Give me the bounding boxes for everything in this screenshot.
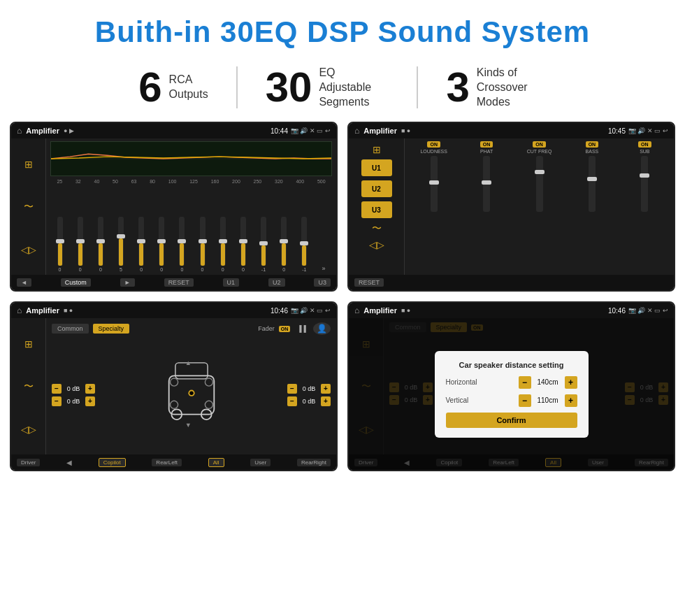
fader-main-panel: Common Specialty Fader ON ▐▐ 👤 − 0 dB + — [46, 318, 336, 454]
xover-loudness-toggle[interactable]: ON — [427, 141, 440, 148]
xover-loudness-slider[interactable] — [431, 156, 438, 212]
car-diagram: ▲ ▼ — [99, 353, 283, 437]
eq-slider-9[interactable]: 0 — [220, 217, 226, 272]
dialog-horizontal-plus[interactable]: + — [565, 376, 577, 389]
xover-sub-slider[interactable] — [641, 156, 648, 212]
fader-body: ⊞ 〜 ◁▷ Common Specialty Fader ON ▐▐ 👤 — [11, 318, 336, 454]
fader-status-bar: ⌂ Amplifier ■ ● 10:46 📷 🔊 ✕ ▭ ↩ — [11, 303, 336, 318]
driver-btn[interactable]: Driver — [17, 459, 40, 466]
dialog-status-bar: ⌂ Amplifier ■ ● 10:46 📷 🔊 ✕ ▭ ↩ — [349, 303, 674, 318]
fader-right-top-minus[interactable]: − — [287, 384, 297, 394]
eq-freq-labels: 25 32 40 50 63 80 100 125 160 200 250 32… — [50, 179, 332, 184]
xover-phat-toggle[interactable]: ON — [480, 141, 493, 148]
fader-right-top-value: 0 dB — [299, 385, 319, 392]
eq-slider-11[interactable]: -1 — [261, 217, 266, 272]
fader-filter-icon[interactable]: ⊞ — [24, 338, 33, 350]
svg-point-9 — [170, 401, 178, 408]
eq-slider-10[interactable]: 0 — [240, 217, 246, 272]
eq-slider-8[interactable]: 0 — [200, 217, 206, 272]
rearright-btn[interactable]: RearRight — [297, 459, 331, 466]
eq-slider-6[interactable]: 0 — [159, 217, 164, 272]
fader-left-bottom-minus[interactable]: − — [52, 396, 62, 406]
fader-right-bottom-plus[interactable]: + — [321, 396, 331, 406]
fader-vol-icon[interactable]: ◁▷ — [21, 424, 36, 435]
eq-slider-1[interactable]: 0 — [57, 217, 63, 272]
eq-filter-icon[interactable]: ⊞ — [24, 159, 33, 170]
all-btn[interactable]: All — [208, 458, 224, 467]
eq-reset-btn[interactable]: RESET — [164, 278, 194, 287]
crossover-u3-btn[interactable]: U3 — [361, 201, 392, 218]
fader-on-badge[interactable]: ON — [279, 326, 291, 332]
stat-eq-label: EQ AdjustableSegments — [319, 66, 389, 109]
dialog-vertical-minus[interactable]: − — [519, 394, 531, 407]
eq-play-btn[interactable]: ► — [120, 278, 135, 287]
crossover-u1-btn[interactable]: U1 — [361, 159, 392, 176]
stat-eq: 30 EQ AdjustableSegments — [238, 66, 417, 109]
fader-left-bottom-plus[interactable]: + — [85, 396, 95, 406]
dialog-screen: ⌂ Amplifier ■ ● 10:46 📷 🔊 ✕ ▭ ↩ ⊞ 〜 ◁▷ — [347, 301, 675, 471]
rearleft-btn[interactable]: RearLeft — [152, 459, 182, 466]
dialog-home-icon[interactable]: ⌂ — [354, 306, 359, 315]
eq-slider-3[interactable]: 0 — [98, 217, 103, 272]
fader-left-bottom-control: − 0 dB + — [52, 396, 95, 406]
svg-point-6 — [189, 391, 194, 395]
eq-slider-7[interactable]: 0 — [179, 217, 185, 272]
crossover-u2-btn[interactable]: U2 — [361, 180, 392, 197]
dialog-horizontal-row: Horizontal − 140cm + — [446, 376, 577, 389]
dialog-screen-body: ⊞ 〜 ◁▷ Common Specialty ON — [349, 318, 674, 470]
crossover-reset-btn[interactable]: RESET — [354, 278, 384, 287]
fader-specialty-tab[interactable]: Specialty — [93, 324, 130, 334]
svg-rect-2 — [175, 363, 207, 379]
xover-phat-slider[interactable] — [483, 156, 490, 212]
eq-slider-5[interactable]: 0 — [138, 217, 144, 272]
fader-bottom-bar: Driver ◀ Copilot RearLeft All User RearR… — [11, 454, 336, 470]
fader-right-top-control: − 0 dB + — [287, 384, 331, 394]
eq-u2-btn[interactable]: U2 — [268, 278, 285, 287]
confirm-button[interactable]: Confirm — [446, 413, 577, 428]
eq-arrow-right[interactable]: » — [322, 265, 325, 272]
eq-slider-12[interactable]: 0 — [281, 217, 287, 272]
dialog-vertical-value: 110cm — [534, 396, 562, 404]
xover-bass-slider[interactable] — [589, 156, 596, 212]
copilot-btn[interactable]: Copilot — [99, 458, 126, 467]
fader-device: ⌂ Amplifier ■ ● 10:46 📷 🔊 ✕ ▭ ↩ ⊞ 〜 ◁▷ — [11, 303, 336, 470]
xover-bass-toggle[interactable]: ON — [586, 141, 599, 148]
crossover-vol-icon[interactable]: ◁▷ — [369, 239, 384, 250]
fader-left-top-minus[interactable]: − — [52, 384, 62, 394]
eq-slider-4[interactable]: 5 — [118, 217, 124, 272]
fader-screen: ⌂ Amplifier ■ ● 10:46 📷 🔊 ✕ ▭ ↩ ⊞ 〜 ◁▷ — [10, 301, 338, 471]
crossover-home-icon[interactable]: ⌂ — [354, 126, 359, 136]
eq-u3-btn[interactable]: U3 — [314, 278, 331, 287]
dialog-time: 10:46 — [608, 307, 626, 315]
xover-cutfreq-slider[interactable] — [536, 156, 543, 212]
eq-slider-13[interactable]: -1 — [301, 217, 307, 272]
eq-volume-icon[interactable]: ◁▷ — [21, 244, 36, 255]
fader-wave-icon[interactable]: 〜 — [24, 380, 34, 393]
fader-left-top-plus[interactable]: + — [85, 384, 95, 394]
home-icon[interactable]: ⌂ — [17, 126, 22, 136]
xover-cutfreq-toggle[interactable]: ON — [533, 141, 546, 148]
eq-wave-icon[interactable]: 〜 — [24, 201, 34, 213]
dialog-horizontal-minus[interactable]: − — [519, 376, 531, 389]
eq-custom-btn[interactable]: Custom — [61, 278, 91, 287]
eq-prev-btn[interactable]: ◄ — [17, 278, 31, 287]
fader-right-bottom-minus[interactable]: − — [287, 396, 297, 406]
svg-text:▲: ▲ — [185, 359, 191, 366]
xover-sub-toggle[interactable]: ON — [638, 141, 651, 148]
fader-arrow-left[interactable]: ◀ — [66, 459, 72, 466]
eq-slider-2[interactable]: 0 — [78, 217, 83, 272]
dialog-vertical-plus[interactable]: + — [565, 394, 577, 407]
dialog-vertical-control: − 110cm + — [519, 394, 577, 407]
fader-common-tab[interactable]: Common — [52, 324, 89, 334]
crossover-wave-icon[interactable]: 〜 — [372, 222, 382, 235]
dialog-status-dots: ■ ● — [401, 307, 410, 314]
page-title: Buith-in 30EQ DSP Sound System — [0, 0, 685, 60]
fader-profile-icon[interactable]: 👤 — [313, 322, 331, 335]
fader-home-icon[interactable]: ⌂ — [17, 306, 22, 315]
crossover-filter-icon[interactable]: ⊞ — [373, 144, 381, 155]
fader-sliders-icon: ▐▐ — [297, 325, 306, 332]
fader-right-bottom-value: 0 dB — [299, 398, 319, 405]
user-btn[interactable]: User — [250, 459, 271, 466]
fader-right-top-plus[interactable]: + — [321, 384, 331, 394]
eq-u1-btn[interactable]: U1 — [223, 278, 240, 287]
